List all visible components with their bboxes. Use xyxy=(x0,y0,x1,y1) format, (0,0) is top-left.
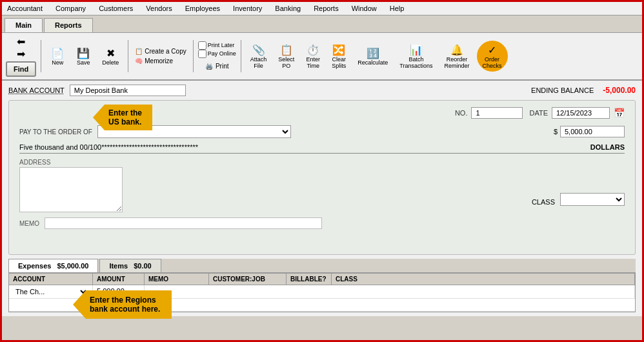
memorize-button[interactable]: 🧠 Memorize xyxy=(133,57,188,65)
enter-time-button[interactable]: ⏱️ EnterTime xyxy=(301,42,325,71)
ending-balance-label: ENDING BALANCE xyxy=(531,86,594,94)
separator-3 xyxy=(193,40,194,72)
address-label: ADDRESS xyxy=(19,159,123,166)
attach-file-button[interactable]: 📎 AttachFile xyxy=(246,42,272,71)
items-tab[interactable]: Items $0.00 xyxy=(99,259,161,272)
row-memo-input[interactable] xyxy=(148,287,630,295)
print-button[interactable]: 🖨️ Print xyxy=(201,61,234,72)
memo-input[interactable] xyxy=(45,217,322,229)
menu-customers[interactable]: Customers xyxy=(96,3,136,14)
clear-splits-icon: 🔀 xyxy=(332,44,345,56)
batch-transactions-button[interactable]: 📊 BatchTransactions xyxy=(395,42,437,71)
order-checks-button[interactable]: ✓ OrderChecks xyxy=(477,41,508,72)
check-no-row: NO. xyxy=(455,107,523,119)
menu-inventory[interactable]: Inventory xyxy=(230,3,265,14)
bank-account-label: BANK ACCOUNT xyxy=(8,86,65,94)
address-input[interactable] xyxy=(19,167,123,212)
memo-label: MEMO xyxy=(19,220,39,227)
calendar-icon[interactable]: 📅 xyxy=(614,108,625,118)
us-bank-callout: Enter theUS bank. xyxy=(93,105,152,130)
separator-1 xyxy=(41,40,41,72)
bank-account-row: BANK ACCOUNT ENDING BALANCE -5,000.00 xyxy=(8,85,636,96)
regions-bank-callout: Enter the Regionsbank account here. xyxy=(73,290,172,319)
delete-icon: ✖ xyxy=(106,47,115,59)
bank-account-input[interactable] xyxy=(70,85,186,96)
save-icon: 💾 xyxy=(77,47,90,59)
memo-cell[interactable] xyxy=(145,285,635,298)
pay-to-label: PAY TO THE ORDER OF xyxy=(19,128,92,136)
menu-vendors[interactable]: Vendors xyxy=(143,3,174,14)
reorder-icon: 🔔 xyxy=(450,44,463,56)
tab-main[interactable]: Main xyxy=(5,18,43,32)
recalculate-button[interactable]: 🔢 Recalculate xyxy=(353,45,392,68)
class-select[interactable] xyxy=(560,193,625,206)
table-header: ACCOUNT AMOUNT MEMO CUSTOMER:JOB BILLABL… xyxy=(9,274,635,285)
memorize-icon: 🧠 xyxy=(135,57,143,65)
new-button[interactable]: 📄 New xyxy=(46,45,69,68)
tab-bar: Main Reports xyxy=(2,15,642,33)
main-window: Accountant Company Customers Vendors Emp… xyxy=(0,0,644,342)
col-billable: BILLABLE? xyxy=(287,274,332,285)
date-row: DATE 📅 xyxy=(529,107,625,119)
batch-icon: 📊 xyxy=(410,44,423,56)
memo-row: MEMO xyxy=(19,217,625,229)
menu-accountant[interactable]: Accountant xyxy=(5,3,45,14)
col-customer: CUSTOMER:JOB xyxy=(209,274,287,285)
menu-help[interactable]: Help xyxy=(387,3,407,14)
attach-icon: 📎 xyxy=(252,44,265,56)
print-icon: 🖨️ xyxy=(205,63,213,70)
select-po-button[interactable]: 📋 SelectPO xyxy=(274,42,299,71)
bottom-section: Expenses $5,000.00 Items $0.00 ACCOUNT A… xyxy=(8,259,636,312)
find-button[interactable]: Find xyxy=(6,61,36,77)
reorder-reminder-button[interactable]: 🔔 ReorderReminder xyxy=(440,42,474,71)
date-input[interactable] xyxy=(552,107,610,119)
clear-splits-button[interactable]: 🔀 ClearSplits xyxy=(327,42,350,71)
save-button[interactable]: 💾 Save xyxy=(72,45,95,68)
menu-reports[interactable]: Reports xyxy=(311,3,341,14)
address-class-row: ADDRESS CLASS xyxy=(19,159,625,212)
no-label: NO. xyxy=(455,109,468,117)
written-amount-row: Five thousand and 00/100 ***************… xyxy=(19,143,625,154)
date-label: DATE xyxy=(529,109,548,117)
pay-online-checkbox[interactable] xyxy=(198,50,206,58)
print-later-checkbox-label: Print Later xyxy=(198,41,236,50)
pay-online-checkbox-label: Pay Online xyxy=(198,50,236,58)
menu-employees[interactable]: Employees xyxy=(183,3,223,14)
menu-window[interactable]: Window xyxy=(349,3,379,14)
check-form: Enter theUS bank. NO. DATE 📅 xyxy=(8,100,636,255)
toolbar: ⬅ ➡ Find 📄 New 💾 Save ✖ Delete xyxy=(2,33,642,81)
check-no-input[interactable] xyxy=(471,107,523,119)
col-amount: AMOUNT xyxy=(93,274,145,285)
col-class: CLASS xyxy=(332,274,635,285)
col-memo: MEMO xyxy=(145,274,209,285)
separator-2 xyxy=(128,40,128,72)
dollars-label: DOLLARS xyxy=(590,143,625,151)
select-po-icon: 📋 xyxy=(280,44,293,56)
recalculate-icon: 🔢 xyxy=(367,47,379,59)
new-icon: 📄 xyxy=(51,47,64,59)
menu-banking[interactable]: Banking xyxy=(272,3,303,14)
class-label: CLASS xyxy=(532,198,555,206)
expenses-tab[interactable]: Expenses $5,000.00 xyxy=(8,259,98,272)
address-section: ADDRESS xyxy=(19,159,123,212)
copy-icon: 📋 xyxy=(135,48,143,55)
check-wrapper: Enter theUS bank. NO. DATE 📅 xyxy=(8,100,636,312)
copy-memorize-group: 📋 Create a Copy 🧠 Memorize xyxy=(133,47,188,65)
content-area: BANK ACCOUNT ENDING BALANCE -5,000.00 En… xyxy=(2,81,642,340)
form-area: BANK ACCOUNT ENDING BALANCE -5,000.00 En… xyxy=(2,81,642,316)
class-section: CLASS xyxy=(532,159,625,206)
account-select[interactable]: The Ch... xyxy=(13,287,88,296)
order-checks-icon: ✓ xyxy=(488,44,496,56)
tab-reports[interactable]: Reports xyxy=(44,18,93,32)
create-copy-button[interactable]: 📋 Create a Copy xyxy=(133,47,188,55)
account-cell[interactable]: The Ch... xyxy=(9,285,93,298)
amount-input[interactable] xyxy=(560,126,625,137)
enter-time-icon: ⏱️ xyxy=(307,44,319,56)
col-account: ACCOUNT xyxy=(9,274,93,285)
menu-bar: Accountant Company Customers Vendors Emp… xyxy=(2,2,642,15)
ending-balance-value: -5,000.00 xyxy=(603,86,636,95)
delete-button[interactable]: ✖ Delete xyxy=(97,45,123,68)
written-stars: *********************************** xyxy=(101,143,198,151)
menu-company[interactable]: Company xyxy=(53,3,88,14)
print-later-checkbox[interactable] xyxy=(198,41,206,50)
